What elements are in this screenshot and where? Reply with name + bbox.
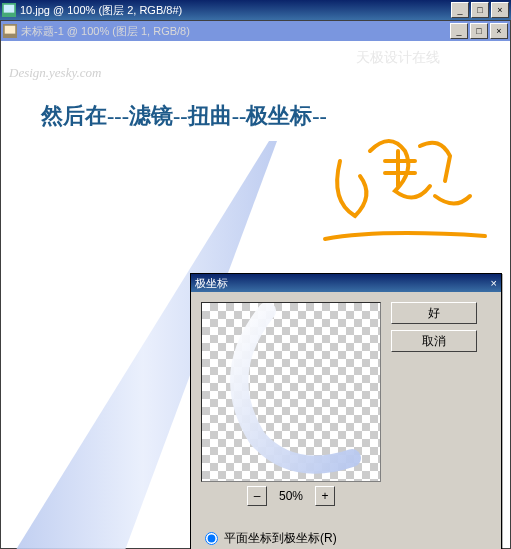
dialog-title-bar[interactable]: 极坐标 × <box>191 274 501 292</box>
app-icon <box>2 3 16 17</box>
zoom-percent: 50% <box>279 489 303 503</box>
radio-rect-to-polar-label: 平面坐标到极坐标(R) <box>224 530 337 547</box>
cancel-button[interactable]: 取消 <box>391 330 477 352</box>
outer-window-title: 10.jpg @ 100% (图层 2, RGB/8#) <box>20 3 449 18</box>
preview-curve-artwork <box>202 303 380 481</box>
doc-minimize-button[interactable]: _ <box>450 23 468 39</box>
minimize-button[interactable]: _ <box>451 2 469 18</box>
zoom-out-button[interactable]: – <box>247 486 267 506</box>
doc-icon <box>3 24 17 38</box>
svg-rect-1 <box>4 5 15 13</box>
radio-rect-to-polar-input[interactable] <box>205 532 218 545</box>
ok-button[interactable]: 好 <box>391 302 477 324</box>
annotation-text: 然后在---滤镜--扭曲--极坐标-- <box>41 101 327 131</box>
document-window: 未标题-1 @ 100% (图层 1, RGB/8) _ □ × 天极设计在线 … <box>0 20 511 549</box>
preview-area[interactable] <box>201 302 381 482</box>
svg-rect-3 <box>5 26 16 34</box>
doc-close-button[interactable]: × <box>490 23 508 39</box>
signature-artwork <box>320 121 490 251</box>
inner-title-bar: 未标题-1 @ 100% (图层 1, RGB/8) _ □ × <box>1 21 510 41</box>
dialog-title: 极坐标 <box>195 276 491 291</box>
close-button[interactable]: × <box>491 2 509 18</box>
watermark-text: Design.yesky.com <box>9 65 101 81</box>
zoom-in-button[interactable]: + <box>315 486 335 506</box>
radio-rect-to-polar[interactable]: 平面坐标到极坐标(R) <box>205 530 487 547</box>
radio-group: 平面坐标到极坐标(R) 极坐标到平面坐标(P) <box>191 530 501 549</box>
watermark-badge: 天极设计在线 <box>356 49 440 67</box>
polar-coordinates-dialog: 极坐标 × – 50% + <box>190 273 502 549</box>
inner-window-title: 未标题-1 @ 100% (图层 1, RGB/8) <box>21 24 448 39</box>
canvas-area[interactable]: 天极设计在线 Design.yesky.com 然后在---滤镜--扭曲--极坐… <box>1 41 510 548</box>
doc-maximize-button[interactable]: □ <box>470 23 488 39</box>
outer-title-bar: 10.jpg @ 100% (图层 2, RGB/8#) _ □ × <box>0 0 511 20</box>
dialog-close-button[interactable]: × <box>491 277 497 289</box>
maximize-button[interactable]: □ <box>471 2 489 18</box>
